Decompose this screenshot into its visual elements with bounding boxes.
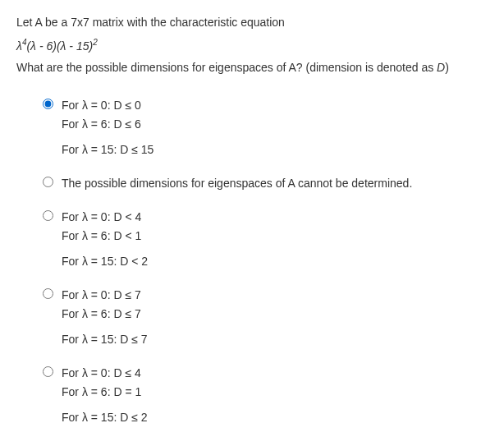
option-4[interactable]: For λ = 0: D ≤ 4For λ = 6: D = 1For λ = …	[43, 365, 488, 423]
option-0[interactable]: For λ = 0: D ≤ 0For λ = 6: D ≤ 6For λ = …	[43, 97, 488, 160]
option-line: For λ = 0: D ≤ 7	[62, 287, 148, 304]
radio-option-4[interactable]	[43, 366, 53, 377]
question-intro: Let A be a 7x7 matrix with the character…	[16, 13, 488, 31]
radio-wrapper	[43, 366, 53, 379]
option-line: For λ = 6: D < 1	[62, 228, 148, 245]
option-content: For λ = 0: D < 4For λ = 6: D < 1For λ = …	[62, 209, 148, 272]
option-2[interactable]: For λ = 0: D < 4For λ = 6: D < 1For λ = …	[43, 209, 488, 272]
option-line: For λ = 15: D ≤ 2	[62, 409, 148, 423]
options-container: For λ = 0: D ≤ 0For λ = 6: D ≤ 6For λ = …	[16, 97, 488, 423]
option-line: For λ = 6: D ≤ 7	[62, 306, 148, 323]
option-content: For λ = 0: D ≤ 4For λ = 6: D = 1For λ = …	[62, 365, 148, 423]
option-line: For λ = 15: D < 2	[62, 253, 148, 270]
option-text: The possible dimensions for eigenspaces …	[62, 175, 412, 192]
option-line: For λ = 0: D ≤ 0	[62, 97, 153, 114]
radio-option-0[interactable]	[43, 99, 53, 109]
option-line: For λ = 6: D = 1	[62, 384, 148, 401]
radio-wrapper	[43, 210, 53, 223]
radio-option-1[interactable]	[43, 177, 53, 187]
option-line: For λ = 0: D < 4	[62, 209, 148, 226]
option-content: For λ = 0: D ≤ 0For λ = 6: D ≤ 6For λ = …	[62, 97, 153, 160]
question-followup: What are the possible dimensions for eig…	[16, 61, 488, 74]
characteristic-equation: λ4(λ - 6)(λ - 15)2	[16, 38, 488, 53]
option-line: For λ = 0: D ≤ 4	[62, 365, 148, 382]
radio-option-2[interactable]	[43, 210, 53, 221]
option-content: The possible dimensions for eigenspaces …	[62, 175, 412, 194]
radio-option-3[interactable]	[43, 288, 53, 299]
option-line: For λ = 15: D ≤ 15	[62, 141, 153, 159]
option-line: For λ = 15: D ≤ 7	[62, 331, 148, 348]
radio-wrapper	[43, 99, 53, 112]
option-content: For λ = 0: D ≤ 7For λ = 6: D ≤ 7For λ = …	[62, 287, 148, 350]
option-line: For λ = 6: D ≤ 6	[62, 116, 153, 133]
radio-wrapper	[43, 288, 53, 301]
option-3[interactable]: For λ = 0: D ≤ 7For λ = 6: D ≤ 7For λ = …	[43, 287, 488, 350]
option-1[interactable]: The possible dimensions for eigenspaces …	[43, 175, 488, 194]
radio-wrapper	[43, 177, 53, 190]
